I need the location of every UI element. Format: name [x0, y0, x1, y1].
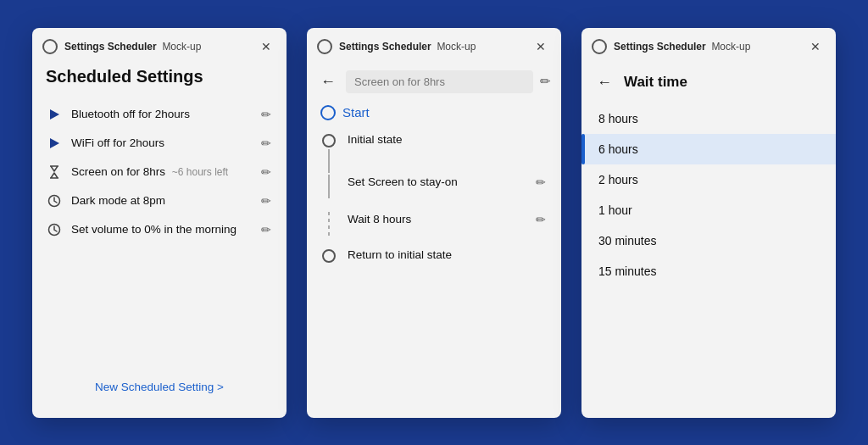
new-setting-anchor[interactable]: New Scheduled Setting > — [95, 381, 224, 393]
list-item: Screen on for 8hrs ~6 hours left ✏ — [46, 158, 273, 186]
timeline-dashed-line — [328, 212, 330, 236]
app-name-1: Settings Scheduler — [64, 41, 157, 53]
panel3-header: ← Wait time — [581, 64, 836, 100]
wait-item-label: 15 minutes — [598, 264, 656, 278]
timeline-item: Initial state — [320, 132, 548, 173]
play-icon — [46, 106, 63, 123]
panel3-window: Settings Scheduler Mock-up ✕ ← Wait time… — [581, 28, 836, 418]
timeline-left — [320, 132, 337, 173]
timeline-content: Initial state — [348, 132, 548, 146]
wait-item-2hours[interactable]: 2 hours — [581, 164, 836, 195]
edit-icon[interactable]: ✏ — [259, 192, 273, 209]
timeline-left — [320, 248, 337, 263]
time-left-badge: ~6 hours left — [172, 166, 228, 178]
timeline-content: Wait 8 hours ✏ — [348, 210, 548, 228]
title-bar-text-1: Settings Scheduler Mock-up — [64, 41, 249, 53]
window-icon-2 — [317, 39, 332, 54]
timeline-circle-icon — [322, 249, 336, 263]
panel3-title: Wait time — [624, 74, 687, 91]
wait-item-label: 8 hours — [598, 112, 638, 125]
schedule-label: Set volume to 0% in the morning — [71, 223, 251, 236]
title-bar-1: Settings Scheduler Mock-up ✕ — [32, 28, 287, 64]
timeline-item: Wait 8 hours ✏ — [320, 210, 548, 248]
clock-icon — [46, 221, 63, 238]
title-bar-text-3: Settings Scheduler Mock-up — [614, 41, 798, 53]
wait-item-15min[interactable]: 15 minutes — [581, 256, 836, 286]
wait-time-list: 8 hours 6 hours 2 hours 1 hour 30 minute… — [581, 100, 836, 404]
window-icon-3 — [592, 39, 607, 54]
edit-icon[interactable]: ✏ — [534, 211, 548, 228]
panel2-window: Settings Scheduler Mock-up ✕ ← ✏ Start I… — [307, 28, 561, 418]
list-item: Bluetooth off for 2hours ✏ — [46, 100, 273, 129]
schedule-label: Bluetooth off for 2hours — [71, 108, 251, 120]
list-item: Dark mode at 8pm ✏ — [46, 186, 273, 215]
panel1-window: Settings Scheduler Mock-up ✕ Scheduled S… — [32, 28, 287, 418]
window-icon-1 — [42, 39, 58, 54]
timeline-content: Return to initial state — [348, 248, 548, 261]
app-name-3: Settings Scheduler — [614, 41, 706, 53]
timeline-content: Set Screen to stay-on ✏ — [348, 173, 548, 191]
schedule-label: WiFi off for 2hours — [71, 136, 251, 149]
panel1-content: Scheduled Settings Bluetooth off for 2ho… — [32, 64, 287, 362]
app-name-2: Settings Scheduler — [339, 41, 431, 53]
title-bar-3: Settings Scheduler Mock-up ✕ — [581, 28, 836, 64]
title-bar-text-2: Settings Scheduler Mock-up — [339, 41, 524, 53]
close-button-3[interactable]: ✕ — [805, 36, 826, 57]
wait-item-6hours[interactable]: 6 hours — [581, 134, 836, 164]
timeline-circle-icon — [322, 134, 336, 147]
timeline: Initial state Set Screen to stay-on ✏ Wa… — [307, 125, 561, 404]
edit-icon[interactable]: ✏ — [259, 164, 273, 181]
timeline-step-label: Return to initial state — [348, 248, 452, 261]
start-button[interactable]: Start — [307, 100, 561, 125]
edit-icon[interactable]: ✏ — [259, 221, 273, 238]
app-subtitle-2: Mock-up — [437, 41, 476, 53]
panel1-title: Scheduled Settings — [46, 67, 273, 86]
list-item: Set volume to 0% in the morning ✏ — [46, 215, 273, 244]
title-bar-2: Settings Scheduler Mock-up ✕ — [307, 28, 561, 64]
app-subtitle-3: Mock-up — [711, 41, 750, 53]
edit-icon[interactable]: ✏ — [259, 106, 273, 123]
wait-item-label: 2 hours — [598, 173, 638, 186]
selected-indicator — [581, 134, 585, 164]
timeline-item: Return to initial state — [320, 248, 548, 285]
hourglass-icon — [46, 164, 63, 181]
start-label: Start — [342, 105, 370, 120]
wait-item-label: 6 hours — [598, 142, 638, 156]
start-circle-icon — [320, 105, 336, 120]
search-input[interactable] — [346, 70, 533, 93]
wait-item-8hours[interactable]: 8 hours — [581, 103, 836, 134]
timeline-step-label: Initial state — [348, 133, 403, 146]
close-button-1[interactable]: ✕ — [256, 36, 276, 57]
timeline-left — [320, 173, 337, 198]
timeline-step-label: Wait 8 hours — [348, 213, 411, 225]
wait-item-label: 1 hour — [598, 203, 632, 217]
timeline-line — [328, 175, 330, 198]
edit-icon[interactable]: ✏ — [534, 174, 548, 191]
wait-item-1hour[interactable]: 1 hour — [581, 195, 836, 225]
timeline-item: Set Screen to stay-on ✏ — [320, 173, 548, 210]
svg-marker-1 — [50, 138, 59, 148]
edit-icon[interactable]: ✏ — [259, 135, 273, 152]
back-button-3[interactable]: ← — [593, 72, 615, 93]
wait-item-30min[interactable]: 30 minutes — [581, 225, 836, 256]
edit-title-icon[interactable]: ✏ — [540, 74, 551, 89]
back-button-2[interactable]: ← — [317, 71, 339, 92]
app-subtitle-1: Mock-up — [162, 41, 201, 53]
wait-item-label: 30 minutes — [598, 234, 656, 248]
schedule-label: Dark mode at 8pm — [71, 194, 251, 207]
schedule-label: Screen on for 8hrs ~6 hours left — [71, 165, 251, 178]
panel2-header: ← ✏ — [307, 64, 561, 100]
new-setting-link[interactable]: New Scheduled Setting > — [32, 369, 287, 404]
clock-icon — [46, 192, 63, 209]
svg-marker-0 — [50, 109, 59, 120]
play-icon — [46, 135, 63, 152]
timeline-left — [320, 210, 337, 236]
list-item: WiFi off for 2hours ✏ — [46, 129, 273, 158]
timeline-line — [328, 149, 330, 173]
timeline-step-label: Set Screen to stay-on — [348, 175, 458, 188]
close-button-2[interactable]: ✕ — [531, 36, 551, 57]
